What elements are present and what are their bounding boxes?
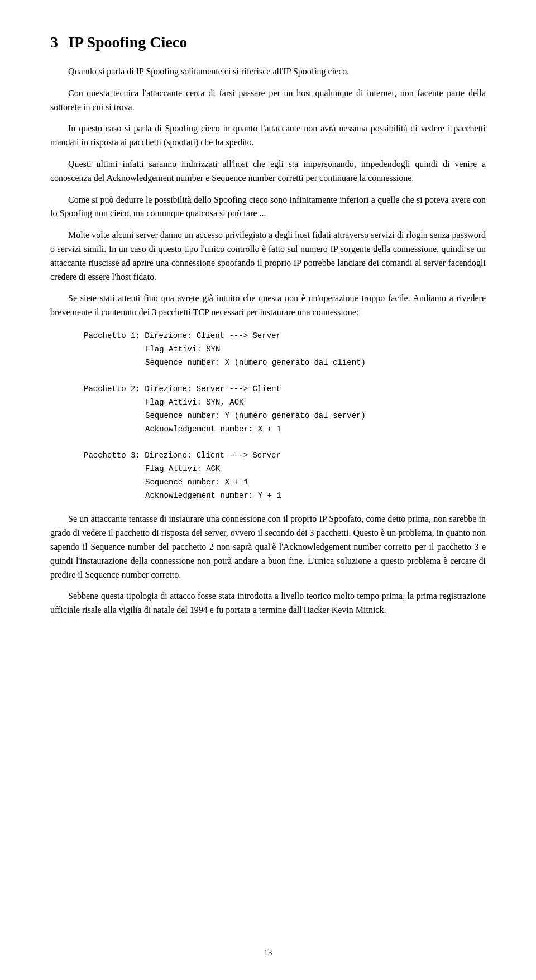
page-number: 13 <box>0 948 536 958</box>
packet2-flag: Flag Attivi: SYN, ACK <box>145 396 486 410</box>
packet3-flag: Flag Attivi: ACK <box>145 463 486 476</box>
paragraph-after-2: Sebbene questa tipologia di attacco foss… <box>50 589 486 617</box>
chapter-heading: 3 IP Spoofing Cieco <box>50 34 486 51</box>
paragraph-7: Se siete stati attenti fino qua avrete g… <box>50 292 486 320</box>
paragraph-after-1: Se un attaccante tentasse di instaurare … <box>50 512 486 582</box>
packet1-seq: Sequence number: X (numero generato dal … <box>145 356 486 370</box>
page: 3 IP Spoofing Cieco Quando si parla di I… <box>0 0 536 980</box>
chapter-title: IP Spoofing Cieco <box>68 34 187 51</box>
paragraph-1: Quando si parla di IP Spoofing solitamen… <box>50 65 486 79</box>
packet1-label: Pacchetto 1: Direzione: Client ---> Serv… <box>84 330 486 343</box>
packet3-seq: Sequence number: X + 1 <box>145 476 486 489</box>
paragraph-4: Questi ultimi infatti saranno indirizzat… <box>50 158 486 185</box>
packet3-label: Pacchetto 3: Direzione: Client ---> Serv… <box>84 449 486 463</box>
packet1-flag: Flag Attivi: SYN <box>145 343 486 356</box>
packet2-ack: Acknowledgement number: X + 1 <box>145 423 486 436</box>
paragraph-3: In questo caso si parla di Spoofing ciec… <box>50 122 486 150</box>
packet2-label: Pacchetto 2: Direzione: Server ---> Clie… <box>84 383 486 396</box>
packet2-seq: Sequence number: Y (numero generato dal … <box>145 410 486 423</box>
code-block: Pacchetto 1: Direzione: Client ---> Serv… <box>84 330 486 502</box>
paragraph-2: Con questa tecnica l'attaccante cerca di… <box>50 87 486 115</box>
packet3-ack: Acknowledgement number: Y + 1 <box>145 489 486 503</box>
paragraph-6: Molte volte alcuni server danno un acces… <box>50 229 486 284</box>
chapter-number: 3 <box>50 34 58 51</box>
paragraph-5: Come si può dedurre le possibilità dello… <box>50 193 486 221</box>
